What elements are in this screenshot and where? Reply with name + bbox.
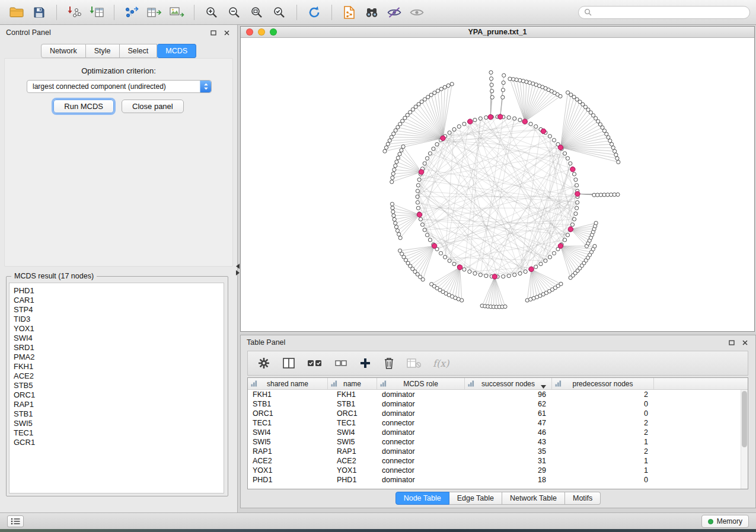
list-item[interactable]: SWI5	[14, 419, 224, 428]
list-item[interactable]: SRD1	[14, 343, 224, 352]
panel-menu-button[interactable]	[7, 515, 24, 527]
export-network-button[interactable]	[121, 3, 142, 22]
run-mcds-button[interactable]: Run MCDS	[53, 100, 114, 113]
tab-select[interactable]: Select	[120, 44, 158, 58]
table-row[interactable]: STB1STB1dominator620	[248, 399, 748, 409]
table-row[interactable]: YOX1YOX1connector291	[248, 466, 748, 475]
memory-button[interactable]: Memory	[701, 515, 749, 528]
list-item[interactable]: STB1	[14, 409, 224, 419]
tab-edge-table[interactable]: Edge Table	[449, 492, 502, 505]
column-header-shared-name[interactable]: shared name	[248, 378, 328, 389]
list-icon	[11, 518, 20, 525]
zoom-in-icon	[205, 5, 219, 20]
hide-details-button[interactable]	[384, 3, 405, 22]
select-all-button[interactable]	[307, 358, 323, 368]
apply-layout-button[interactable]	[304, 3, 325, 22]
table-scrollbar[interactable]	[741, 390, 748, 489]
table-row[interactable]: FKH1FKH1dominator962	[248, 390, 748, 399]
network-canvas[interactable]	[241, 38, 754, 331]
column-header-successor-nodes[interactable]: successor nodes	[465, 378, 552, 389]
import-table-button[interactable]	[86, 3, 107, 22]
zoom-out-button[interactable]	[224, 3, 245, 22]
sort-icon	[555, 380, 562, 387]
table-row[interactable]: ACE2ACE2connector311	[248, 456, 748, 466]
list-item[interactable]: STB5	[14, 381, 224, 390]
export-table-button[interactable]	[143, 3, 165, 22]
zoom-in-button[interactable]	[201, 3, 222, 22]
list-item[interactable]: TEC1	[14, 428, 224, 438]
table-row[interactable]: RAP1RAP1dominator352	[248, 447, 748, 456]
mcds-result-title: MCDS result (17 nodes)	[11, 272, 97, 280]
control-panel-header: Control Panel	[0, 25, 237, 40]
table-row[interactable]: SWI4SWI4dominator462	[248, 428, 748, 437]
close-panel-button-mcds[interactable]: Close panel	[122, 100, 184, 113]
criterion-select[interactable]: largest connected component (undirected)	[27, 80, 212, 93]
close-table-panel-button[interactable]	[740, 338, 749, 347]
table-row[interactable]: TEC1TEC1connector472	[248, 418, 748, 428]
table-row[interactable]: ORC1ORC1dominator610	[248, 409, 748, 418]
close-window-icon[interactable]	[246, 28, 253, 36]
save-session-button[interactable]	[28, 3, 50, 22]
list-item[interactable]: YOX1	[14, 324, 224, 334]
list-item[interactable]: STP4	[14, 305, 224, 315]
list-item[interactable]: ACE2	[14, 371, 224, 381]
zoom-fit-button[interactable]	[246, 3, 267, 22]
sort-icon	[251, 380, 257, 387]
list-item[interactable]: FKH1	[14, 362, 224, 371]
tab-mcds[interactable]: MCDS	[157, 44, 196, 58]
scrollbar-thumb[interactable]	[742, 391, 747, 447]
unchecked-boxes-icon	[334, 358, 347, 368]
network-window-titlebar[interactable]: YPA_prune.txt_1	[241, 27, 754, 38]
tab-network-table[interactable]: Network Table	[502, 492, 565, 505]
desktop-strip	[0, 529, 756, 532]
delete-button[interactable]	[383, 357, 395, 370]
toolbar-separator	[296, 5, 297, 20]
show-columns-button[interactable]	[282, 357, 295, 369]
list-item[interactable]: ORC1	[14, 390, 224, 400]
table-panel-title: Table Panel	[247, 338, 285, 347]
zoom-selected-button[interactable]	[269, 3, 290, 22]
list-item[interactable]: PHD1	[14, 286, 224, 296]
tab-motifs[interactable]: Motifs	[565, 492, 601, 505]
list-item[interactable]: GCR1	[14, 438, 224, 447]
import-network-button[interactable]	[63, 3, 85, 22]
list-item[interactable]: PMA2	[14, 352, 224, 362]
column-header-name[interactable]: name	[328, 378, 377, 389]
list-item[interactable]: CAR1	[14, 296, 224, 305]
column-header-predecessor-nodes[interactable]: predecessor nodes	[552, 378, 654, 389]
export-image-button[interactable]	[166, 3, 187, 22]
minimize-window-icon[interactable]	[258, 28, 265, 36]
mcds-buttons-row: Run MCDS Close panel	[0, 100, 237, 113]
float-table-panel-button[interactable]	[727, 338, 736, 347]
add-row-button[interactable]	[359, 357, 371, 369]
sort-icon	[331, 380, 337, 387]
mcds-result-list[interactable]: PHD1CAR1STP4TID3YOX1SWI4SRD1PMA2FKH1ACE2…	[9, 283, 224, 493]
float-panel-button[interactable]	[209, 28, 218, 37]
network-from-document-button[interactable]	[339, 3, 360, 22]
tab-network[interactable]: Network	[41, 44, 86, 58]
toolbar-separator	[194, 5, 194, 20]
control-panel-tabs: Network Style Select MCDS	[0, 44, 237, 58]
deselect-all-button[interactable]	[334, 358, 347, 368]
list-item[interactable]: SWI4	[14, 334, 224, 343]
find-button[interactable]	[361, 3, 382, 22]
tab-style[interactable]: Style	[86, 44, 120, 58]
table-row[interactable]: PHD1PHD1dominator180	[248, 475, 748, 485]
panel-splitter[interactable]	[235, 263, 240, 276]
show-details-button[interactable]	[406, 3, 428, 22]
column-settings-button[interactable]	[257, 357, 270, 370]
control-panel-title: Control Panel	[6, 28, 51, 37]
close-panel-button[interactable]	[222, 28, 231, 37]
tab-node-table[interactable]: Node Table	[395, 492, 449, 505]
column-header-mcds-role[interactable]: MCDS role	[377, 378, 465, 389]
search-input[interactable]	[595, 8, 744, 17]
float-panel-icon	[210, 30, 217, 36]
list-item[interactable]: TID3	[14, 315, 224, 324]
table-row[interactable]: SWI5SWI5connector431	[248, 437, 748, 447]
open-file-button[interactable]	[6, 3, 27, 22]
maximize-window-icon[interactable]	[270, 28, 277, 36]
binoculars-icon	[364, 5, 379, 20]
memory-status-icon	[708, 519, 713, 524]
list-item[interactable]: RAP1	[14, 400, 224, 409]
import-network-icon	[66, 5, 82, 20]
